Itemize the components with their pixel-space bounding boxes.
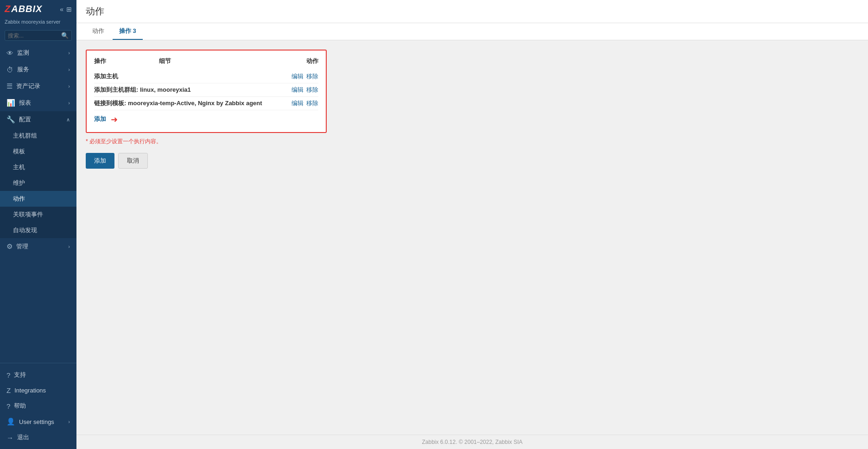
content-area: 操作 细节 动作 添加主机 编辑 移除 添加到主机群组: linux, moor…: [76, 40, 868, 435]
sidebar-search-box[interactable]: 🔍: [5, 30, 72, 41]
search-input[interactable]: [8, 32, 61, 39]
add-operation-link[interactable]: 添加: [94, 115, 106, 123]
sidebar-item-label-autodiscovery: 自动发现: [13, 226, 37, 234]
ops-table-header: 操作 细节 动作: [94, 57, 318, 65]
server-name: Zabbix mooreyxia server: [0, 18, 76, 28]
edit-link-2[interactable]: 编辑: [291, 86, 304, 94]
add-row: 添加 ➜: [94, 110, 318, 125]
op-actions-3: 编辑 移除: [281, 99, 318, 108]
sidebar-item-label-services: 服务: [17, 65, 29, 74]
operations-card: 操作 细节 动作 添加主机 编辑 移除 添加到主机群组: linux, moor…: [86, 50, 327, 133]
sidebar-item-label-actions: 动作: [13, 195, 25, 203]
expand-icon[interactable]: ⊞: [66, 6, 72, 13]
op-detail-3: 链接到模板: mooreyxia-temp-Active, Nginx by Z…: [94, 99, 281, 108]
tabs-bar: 动作 操作 3: [76, 23, 868, 40]
sidebar-item-label-monitoring: 监测: [17, 49, 29, 57]
sidebar-item-services[interactable]: ⏱ 服务 ›: [0, 61, 76, 78]
sidebar-item-label-help: 帮助: [14, 402, 26, 410]
sidebar-item-templates[interactable]: 模板: [0, 144, 76, 159]
cancel-button[interactable]: 取消: [118, 153, 148, 169]
footer-text: Zabbix 6.0.12. © 2001–2022, Zabbix SIA: [422, 439, 523, 445]
nav-section: 👁 监测 › ⏱ 服务 › ☰ 资产记录 › 📊 报表 › 🔧 配置 ∧: [0, 44, 76, 363]
sidebar-item-monitoring[interactable]: 👁 监测 ›: [0, 44, 76, 61]
col-header-op: 操作: [94, 57, 131, 65]
sidebar-bottom: ? 支持 Z Integrations ? 帮助 👤 User settings…: [0, 363, 76, 449]
chevron-down-icon: ›: [68, 50, 70, 56]
table-row: 添加到主机群组: linux, mooreyxia1 编辑 移除: [94, 83, 318, 97]
chevron-up-icon: ∧: [66, 117, 70, 123]
clock-icon: ⏱: [6, 66, 13, 74]
sidebar-item-label-user-settings: User settings: [19, 418, 54, 425]
search-icon: 🔍: [61, 32, 69, 39]
tab-operations[interactable]: 操作 3: [113, 23, 143, 40]
op-actions-1: 编辑 移除: [281, 72, 318, 81]
eye-icon: 👁: [6, 49, 13, 57]
table-row: 链接到模板: mooreyxia-temp-Active, Nginx by Z…: [94, 97, 318, 110]
table-row: 添加主机 编辑 移除: [94, 70, 318, 83]
remove-link-3[interactable]: 移除: [306, 99, 318, 108]
sidebar-item-label-management: 管理: [16, 242, 28, 251]
sidebar-item-support[interactable]: ? 支持: [0, 367, 76, 383]
sidebar-item-autodiscovery[interactable]: 自动发现: [0, 222, 76, 238]
sidebar-item-user-settings[interactable]: 👤 User settings ›: [0, 414, 76, 430]
op-detail-2: 添加到主机群组: linux, mooreyxia1: [94, 86, 281, 94]
sidebar-item-label-support: 支持: [14, 371, 26, 379]
top-bar: 动作: [76, 0, 868, 23]
chevron-down-icon: ›: [68, 67, 70, 72]
col-header-detail: 细节: [159, 57, 253, 65]
sidebar-item-label-assets: 资产记录: [16, 82, 40, 90]
sidebar-item-logout[interactable]: → 退出: [0, 430, 76, 445]
edit-link-1[interactable]: 编辑: [291, 72, 304, 81]
chevron-down-icon: ›: [68, 419, 70, 424]
sidebar-item-label-integrations: Integrations: [14, 387, 46, 394]
chevron-down-icon: ›: [68, 100, 70, 106]
sidebar-item-maintenance[interactable]: 维护: [0, 175, 76, 191]
logo-z: Z: [5, 4, 10, 14]
validation-note: * 必须至少设置一个执行内容。: [86, 138, 859, 145]
sidebar: Z ABBIX « ⊞ Zabbix mooreyxia server 🔍 👁 …: [0, 0, 76, 449]
sidebar-item-label-reports: 报表: [19, 99, 31, 107]
main-content: 动作 动作 操作 3 操作 细节 动作 添加主机 编辑 移除: [76, 0, 868, 449]
arrow-indicator: ➜: [111, 114, 118, 125]
op-detail-1: 添加主机: [94, 72, 281, 81]
logout-icon: →: [6, 434, 13, 442]
integrations-icon: Z: [6, 386, 11, 394]
config-submenu: 主机群组 模板 主机 维护 动作 关联项事件 自动发现: [0, 128, 76, 238]
sidebar-item-label-host-groups: 主机群组: [13, 132, 37, 140]
sidebar-item-label-config: 配置: [19, 115, 31, 124]
sidebar-item-help[interactable]: ? 帮助: [0, 398, 76, 414]
sidebar-item-label-event-correlation: 关联项事件: [13, 210, 43, 219]
list-icon: ☰: [6, 82, 13, 90]
edit-link-3[interactable]: 编辑: [291, 99, 304, 108]
sidebar-item-label-templates: 模板: [13, 147, 25, 156]
sidebar-header: Z ABBIX « ⊞: [0, 0, 76, 18]
col-header-action: 动作: [281, 57, 318, 65]
chart-icon: 📊: [6, 99, 15, 107]
wrench-icon: 🔧: [6, 115, 15, 124]
add-button[interactable]: 添加: [86, 153, 114, 169]
sidebar-item-management[interactable]: ⚙ 管理 ›: [0, 238, 76, 255]
remove-link-2[interactable]: 移除: [306, 86, 318, 94]
sidebar-item-label-hosts: 主机: [13, 163, 25, 171]
chevron-down-icon: ›: [68, 83, 70, 89]
collapse-icon[interactable]: «: [60, 6, 63, 13]
gear-icon: ⚙: [6, 242, 13, 251]
chevron-down-icon: ›: [68, 244, 70, 249]
sidebar-item-event-correlation[interactable]: 关联项事件: [0, 207, 76, 222]
sidebar-item-config[interactable]: 🔧 配置 ∧: [0, 111, 76, 128]
sidebar-item-reports[interactable]: 📊 报表 ›: [0, 95, 76, 111]
sidebar-item-label-logout: 退出: [17, 433, 29, 442]
sidebar-item-integrations[interactable]: Z Integrations: [0, 383, 76, 398]
logo-text: ABBIX: [11, 4, 42, 14]
tab-actions[interactable]: 动作: [86, 23, 111, 40]
help-icon: ?: [6, 402, 10, 410]
remove-link-1[interactable]: 移除: [306, 72, 318, 81]
sidebar-item-host-groups[interactable]: 主机群组: [0, 128, 76, 144]
sidebar-item-hosts[interactable]: 主机: [0, 159, 76, 175]
op-actions-2: 编辑 移除: [281, 86, 318, 94]
sidebar-top-icons: « ⊞: [60, 6, 72, 13]
footer: Zabbix 6.0.12. © 2001–2022, Zabbix SIA: [76, 435, 868, 449]
sidebar-item-actions[interactable]: 动作: [0, 191, 76, 207]
sidebar-item-assets[interactable]: ☰ 资产记录 ›: [0, 78, 76, 95]
page-title: 动作: [86, 5, 104, 18]
